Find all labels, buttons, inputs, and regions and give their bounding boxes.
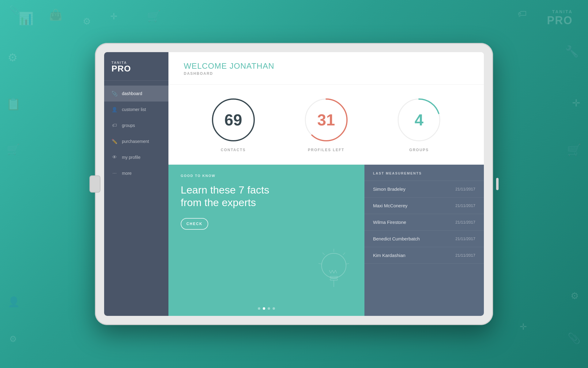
svg-point-6: [322, 253, 346, 278]
measurement-name-0: Simon Bradeley: [373, 186, 405, 192]
stat-label-contacts: CONTACTS: [221, 148, 246, 152]
sidebar-label-more: more: [122, 171, 132, 176]
svg-line-16: [343, 253, 345, 255]
carousel-dots: [258, 307, 275, 310]
svg-line-8: [331, 270, 332, 273]
stat-profiles-left: 31PROFILES LEFT: [303, 97, 349, 152]
measurement-name-4: Kim Kardashian: [373, 253, 405, 258]
customer-list-icon: 👤: [111, 106, 118, 113]
check-button[interactable]: CHECK: [181, 218, 208, 230]
svg-rect-12: [330, 276, 337, 278]
logo-pro: PRO: [111, 64, 161, 73]
last-measurements-header: LAST MEASUREMENTS: [364, 165, 484, 181]
dashboard-icon: 📎: [111, 90, 118, 97]
carousel-dot-1[interactable]: [258, 307, 260, 310]
good-to-know-label: GOOD TO KNOW: [181, 174, 352, 178]
sidebar-item-purchasement[interactable]: ✏️ purchasement: [104, 133, 168, 149]
sidebar-item-dashboard[interactable]: 📎 dashboard: [104, 86, 168, 102]
sidebar-item-my-profile[interactable]: 👁 my profile: [104, 149, 168, 165]
measurement-row-3[interactable]: Benedict Cumberbatch 21/11/2017: [364, 231, 484, 247]
measurement-row-2[interactable]: Wilma Firestone 21/11/2017: [364, 214, 484, 231]
measurement-row-1[interactable]: Maxi McConerey 21/11/2017: [364, 197, 484, 214]
stats-row: 69CONTACTS 31PROFILES LEFT 4GROUPS: [168, 85, 484, 165]
stat-circle-groups: 4: [396, 97, 442, 143]
sidebar-label-dashboard: dashboard: [122, 91, 142, 96]
measurement-name-2: Wilma Firestone: [373, 220, 406, 225]
my-profile-icon: 👁: [111, 154, 118, 160]
tablet-power-button[interactable]: [496, 178, 499, 190]
stat-label-profiles-left: PROFILES LEFT: [308, 148, 344, 152]
svg-line-18: [322, 253, 325, 255]
sidebar-label-customer-list: customer list: [122, 107, 146, 112]
sidebar-label-purchasement: purchasement: [122, 139, 149, 144]
carousel-dot-4[interactable]: [273, 307, 275, 310]
svg-line-11: [335, 270, 337, 273]
measurement-name-3: Benedict Cumberbatch: [373, 236, 420, 241]
brand-bg-tanita: TANITA: [547, 9, 573, 14]
measurement-name-1: Maxi McConerey: [373, 203, 408, 208]
stat-groups: 4GROUPS: [396, 97, 442, 152]
last-measurements-panel: LAST MEASUREMENTS Simon Bradeley 21/11/2…: [364, 165, 484, 316]
stat-circle-contacts: 69: [210, 97, 256, 143]
sidebar-item-customer-list[interactable]: 👤 customer list: [104, 102, 168, 117]
sidebar-nav: 📎 dashboard 👤 customer list 🏷 groups ✏️ …: [104, 81, 168, 316]
bottom-section: GOOD TO KNOW Learn these 7 facts from th…: [168, 165, 484, 316]
svg-line-10: [334, 270, 335, 273]
measurement-date-4: 21/11/2017: [455, 253, 475, 258]
tablet-screen: TANITA PRO 📎 dashboard 👤 customer list 🏷…: [104, 52, 484, 316]
brand-background: TANITA PRO: [547, 9, 573, 27]
measurement-row-0[interactable]: Simon Bradeley 21/11/2017: [364, 181, 484, 197]
brand-bg-pro: PRO: [547, 14, 573, 27]
bulb-illustration: [312, 247, 355, 297]
svg-line-7: [329, 270, 331, 273]
stat-circle-profiles-left: 31: [303, 97, 349, 143]
svg-line-9: [332, 270, 334, 273]
svg-rect-13: [330, 279, 337, 280]
svg-line-17: [346, 263, 349, 264]
stat-contacts: 69CONTACTS: [210, 97, 256, 152]
measurement-date-3: 21/11/2017: [455, 236, 475, 241]
carousel-dot-2[interactable]: [263, 307, 265, 310]
measurement-date-0: 21/11/2017: [455, 187, 475, 191]
good-to-know-card: GOOD TO KNOW Learn these 7 facts from th…: [168, 165, 364, 316]
carousel-dot-3[interactable]: [268, 307, 270, 310]
main-content: WELCOME JONATHAN DASHBOARD 69CONTACTS 31…: [168, 52, 484, 316]
measurement-date-1: 21/11/2017: [455, 203, 475, 208]
stat-label-groups: GROUPS: [409, 148, 429, 152]
measurement-row-4[interactable]: Kim Kardashian 21/11/2017: [364, 247, 484, 264]
purchasement-icon: ✏️: [111, 138, 118, 144]
measurement-date-2: 21/11/2017: [455, 220, 475, 224]
stat-value-groups: 4: [415, 111, 424, 129]
more-icon: ···: [111, 170, 118, 176]
good-to-know-title: Learn these 7 facts from the experts: [181, 184, 352, 209]
dashboard-subtitle: DASHBOARD: [184, 71, 469, 76]
sidebar-logo: TANITA PRO: [104, 52, 168, 81]
stat-value-profiles-left: 31: [317, 111, 335, 129]
sidebar-item-more[interactable]: ··· more: [104, 165, 168, 181]
stat-value-contacts: 69: [224, 111, 242, 129]
sidebar-label-groups: groups: [122, 123, 135, 128]
last-measurements-title: LAST MEASUREMENTS: [373, 171, 475, 175]
sidebar-item-groups[interactable]: 🏷 groups: [104, 117, 168, 133]
tablet-frame: TANITA PRO 📎 dashboard 👤 customer list 🏷…: [95, 43, 493, 325]
groups-icon: 🏷: [111, 122, 118, 128]
tablet-home-button[interactable]: [89, 175, 100, 193]
sidebar: TANITA PRO 📎 dashboard 👤 customer list 🏷…: [104, 52, 168, 316]
svg-line-19: [318, 263, 322, 264]
sidebar-label-my-profile: my profile: [122, 155, 141, 160]
header: WELCOME JONATHAN DASHBOARD: [168, 52, 484, 85]
welcome-title: WELCOME JONATHAN: [184, 61, 469, 71]
